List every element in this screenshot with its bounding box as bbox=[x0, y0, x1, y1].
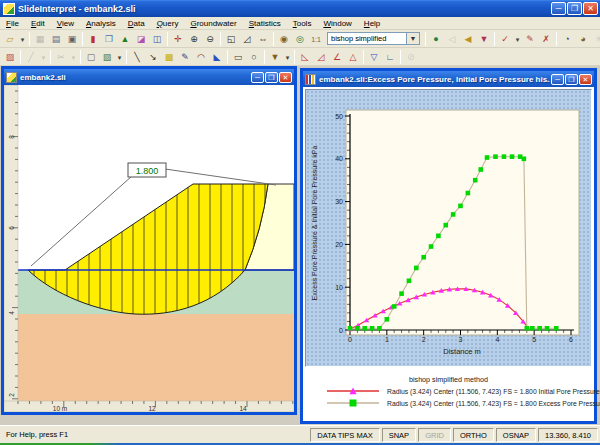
graph-minimize-button[interactable]: ─ bbox=[551, 74, 564, 85]
fs-label: 1.800 bbox=[136, 166, 159, 176]
menu-item-statistics[interactable]: Statistics bbox=[243, 17, 287, 30]
pan-button[interactable]: ⇔ bbox=[255, 31, 271, 46]
chart-legend: bishop simplified method Radius (3.424) … bbox=[303, 369, 594, 421]
model-minimize-button[interactable]: ─ bbox=[251, 72, 264, 83]
ellipse-button[interactable]: ○ bbox=[246, 49, 262, 64]
zoom-selected-button[interactable]: ◉ bbox=[276, 31, 292, 46]
show-slices-button[interactable]: ◔ bbox=[559, 31, 575, 46]
save-tools-dropdown[interactable]: ▾ bbox=[283, 49, 292, 64]
triangle-tool-button[interactable]: ◺ bbox=[297, 49, 313, 64]
print-button[interactable]: ▣ bbox=[64, 31, 80, 46]
vruler-label-2: 2 bbox=[8, 393, 15, 397]
arc-button[interactable]: ◠ bbox=[193, 49, 209, 64]
data-grid-button[interactable]: ▮ bbox=[85, 31, 101, 46]
grid-button[interactable]: ▢ bbox=[83, 49, 99, 64]
data-point bbox=[355, 326, 360, 331]
export-image-button[interactable]: ◪ bbox=[133, 31, 149, 46]
model-restore-button[interactable]: ❐ bbox=[265, 72, 278, 83]
tile-windows-button[interactable]: ◫ bbox=[149, 31, 165, 46]
menu-item-data[interactable]: Data bbox=[122, 17, 151, 30]
model-canvas[interactable]: 1.800 8 6 4 2 10 m 12 14 bbox=[4, 85, 294, 412]
zoom-window-button[interactable]: ◱ bbox=[223, 31, 239, 46]
pencil-button[interactable]: ✎ bbox=[177, 49, 193, 64]
next-surface-button[interactable]: ◀ bbox=[460, 31, 476, 46]
toolbar-separator bbox=[82, 32, 83, 46]
menu-item-help[interactable]: Help bbox=[358, 17, 386, 30]
status-panel-data-tips-max[interactable]: DATA TIPS MAX bbox=[310, 428, 379, 442]
y-tick-label: 0 bbox=[339, 327, 343, 334]
restore-button[interactable]: ❐ bbox=[567, 2, 582, 15]
print-preview-button[interactable]: ▤ bbox=[48, 31, 64, 46]
toolbar-separator bbox=[80, 50, 81, 64]
menu-item-tools[interactable]: Tools bbox=[287, 17, 318, 30]
highlight-button[interactable]: ▩ bbox=[161, 49, 177, 64]
minimize-button[interactable]: ─ bbox=[551, 2, 566, 15]
contours-button[interactable]: ● bbox=[428, 31, 444, 46]
slope-angle-button[interactable]: ◿ bbox=[313, 49, 329, 64]
menu-item-edit[interactable]: Edit bbox=[25, 17, 51, 30]
zoom-in-button[interactable]: ⊕ bbox=[186, 31, 202, 46]
status-panel-13-360-8-410[interactable]: 13.360, 8.410 bbox=[538, 428, 598, 442]
axes-button[interactable]: ∟ bbox=[382, 49, 398, 64]
menu-item-analysis[interactable]: Analysis bbox=[80, 17, 122, 30]
delete-query-button[interactable]: ✗ bbox=[538, 31, 554, 46]
zoom-all-button[interactable]: ✛ bbox=[170, 31, 186, 46]
model-window-titlebar[interactable]: embank2.sli ─ ❐ ✕ bbox=[4, 69, 294, 85]
graph-close-button[interactable]: ✕ bbox=[579, 74, 592, 85]
toolbar-separator bbox=[167, 32, 168, 46]
draw-line-button[interactable]: ╲ bbox=[129, 49, 145, 64]
data-point bbox=[530, 326, 535, 331]
pore-pressure-chart[interactable]: 012345601020304050Distance mExcess Pore … bbox=[306, 90, 591, 366]
data-point bbox=[407, 278, 412, 283]
image-button[interactable]: ▧ bbox=[99, 49, 115, 64]
menu-item-query[interactable]: Query bbox=[151, 17, 185, 30]
graph-window-titlebar[interactable]: embank2.sli:Excess Pore Pressure, Initia… bbox=[303, 71, 594, 87]
status-panel-snap[interactable]: SNAP bbox=[382, 428, 416, 442]
open-dropdown[interactable]: ▾ bbox=[18, 31, 27, 46]
method-combo: bishop simplified ▼ bbox=[327, 32, 420, 45]
data-point bbox=[421, 255, 426, 260]
x-axis-label: Distance m bbox=[443, 347, 481, 356]
close-button[interactable]: ✕ bbox=[583, 2, 598, 15]
model-close-button[interactable]: ✕ bbox=[279, 72, 292, 83]
query-dropdown[interactable]: ▾ bbox=[513, 31, 522, 46]
legend-sample-excess bbox=[325, 398, 381, 408]
legend-label-initial: Radius (3.424) Center (11.506, 7.423) FS… bbox=[387, 388, 600, 395]
rectangle-button[interactable]: ▭ bbox=[230, 49, 246, 64]
status-panel-ortho[interactable]: ORTHO bbox=[453, 428, 494, 442]
pore-pressure-button[interactable]: ▨ bbox=[2, 49, 18, 64]
menu-item-file[interactable]: File bbox=[0, 17, 25, 30]
hruler-label-10: 10 m bbox=[53, 405, 67, 412]
x-tick-label: 6 bbox=[569, 336, 573, 343]
zoom-dynamic-button[interactable]: ◿ bbox=[239, 31, 255, 46]
draw-arrow-button[interactable]: ↘ bbox=[145, 49, 161, 64]
zoom-out-button[interactable]: ⊖ bbox=[202, 31, 218, 46]
status-panel-grid[interactable]: GRID bbox=[418, 428, 451, 442]
zoom-unselected-button[interactable]: ◎ bbox=[292, 31, 308, 46]
water-table-button[interactable]: ▽ bbox=[366, 49, 382, 64]
open-button[interactable]: ▱ bbox=[2, 31, 18, 46]
filter-surfaces-button[interactable]: ▼ bbox=[476, 31, 492, 46]
copy-button[interactable]: ❐ bbox=[101, 31, 117, 46]
chart-button[interactable]: ▲ bbox=[117, 31, 133, 46]
polyline-button[interactable]: ◣ bbox=[209, 49, 225, 64]
menu-item-window[interactable]: Window bbox=[317, 17, 357, 30]
menu-item-groundwater[interactable]: Groundwater bbox=[184, 17, 242, 30]
graph-restore-button[interactable]: ❐ bbox=[565, 74, 578, 85]
title-bar[interactable]: SlideInterpret - embank2.sli ─ ❐ ✕ bbox=[0, 0, 600, 17]
graph-query-button[interactable]: ✎ bbox=[522, 31, 538, 46]
zoom-100-button[interactable]: 1:1 bbox=[308, 31, 324, 46]
status-panel-osnap[interactable]: OSNAP bbox=[496, 428, 536, 442]
save-tools-button[interactable]: ▼ bbox=[267, 49, 283, 64]
slope-model-drawing[interactable]: 1.800 8 6 4 2 10 m 12 14 bbox=[4, 85, 294, 412]
add-query-button[interactable]: ✓ bbox=[497, 31, 513, 46]
dip-angle-button[interactable]: △ bbox=[345, 49, 361, 64]
angle-tool-button[interactable]: ∠ bbox=[329, 49, 345, 64]
vruler-label-6: 6 bbox=[8, 226, 15, 230]
menu-item-view[interactable]: View bbox=[51, 17, 80, 30]
image-dropdown[interactable]: ▾ bbox=[115, 49, 124, 64]
chart-panel: 012345601020304050Distance mExcess Pore … bbox=[305, 89, 592, 367]
method-combo-dropdown-icon[interactable]: ▼ bbox=[407, 32, 420, 45]
method-combo-value[interactable]: bishop simplified bbox=[327, 32, 407, 45]
show-values-button[interactable]: ◕ bbox=[575, 31, 591, 46]
